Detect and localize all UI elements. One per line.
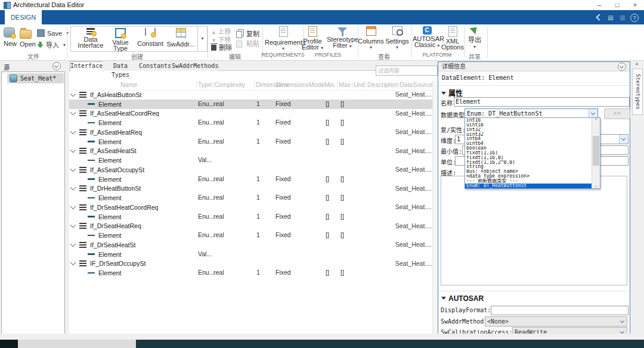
chevron-down-icon[interactable] [70, 222, 76, 228]
tab-design[interactable]: DESIGN [5, 10, 42, 24]
table-row-interface[interactable]: If_AsSeatHeatStSeat_Heat.... [69, 147, 432, 156]
help-icon[interactable]: ? [630, 13, 639, 22]
table-scrollbar[interactable] [432, 80, 438, 334]
details-collapse-button[interactable] [618, 63, 626, 71]
chevron-down-icon[interactable] [70, 203, 76, 209]
collapse-ribbon-icon[interactable] [595, 13, 603, 22]
dock-icon[interactable]: ▥ [618, 13, 627, 22]
dropdown-item[interactable]: uint64 [465, 141, 600, 146]
layout-icon[interactable]: ▤ [606, 13, 615, 22]
col-description[interactable]: Description [367, 81, 399, 88]
table-row-interface[interactable]: If_DrSeatHeatReqSeat_Heat.... [69, 222, 432, 231]
copy-button[interactable]: 复制 [236, 29, 259, 38]
columns-button[interactable]: Columns ▾ [358, 26, 384, 50]
save-button[interactable]: Save ▾ [37, 29, 69, 37]
table-row-element[interactable]: ElementVal... [69, 156, 432, 165]
dock-collapse-icon[interactable]: ▲ [634, 61, 639, 66]
chevron-down-icon[interactable] [70, 128, 76, 134]
tab-data-types[interactable]: Data Types [103, 61, 139, 71]
export-button[interactable]: 导出 ▾ [466, 26, 483, 49]
chevron-down-icon[interactable] [70, 110, 76, 116]
table-row-interface[interactable]: If_AsHeatButtonStSeat_Heat.... [69, 90, 432, 100]
table-row-interface[interactable]: IF_DrSeatOccupyStSeat_Heat.... [69, 259, 432, 269]
taskbar-app-button[interactable] [18, 340, 136, 348]
profile-editor-button[interactable]: ProfileEditor ▾ [298, 26, 327, 51]
col-name[interactable]: Name [120, 81, 137, 88]
stereotype-filter-button[interactable]: StereotypeFilter ▾ [327, 26, 358, 49]
dropdown-item[interactable]: fixdt(1,16) [465, 151, 600, 156]
dropdown-item[interactable]: Bus: <object name> [465, 169, 600, 174]
autosar-section-header[interactable]: AUTOSAR [441, 294, 484, 303]
source-item-seat-heat[interactable]: Seat_Heat* [7, 73, 64, 83]
minimize-button[interactable]: – [590, 0, 608, 10]
col-dimensionsmode[interactable]: DimensionsMode [276, 81, 324, 88]
table-row-interface[interactable]: If_DrSeatHeatStSeat_Heat.... [69, 240, 432, 250]
autosar-classic-button[interactable]: C AUTOSARClassic ▾ [413, 26, 441, 49]
properties-section-header[interactable]: 属性 [441, 88, 463, 98]
tab-stereotypes[interactable]: Stereotypes [632, 69, 643, 115]
datatype-more-button[interactable]: >> [604, 108, 630, 119]
swaddrmethod-chevron-icon[interactable] [618, 317, 627, 326]
description-textarea[interactable] [441, 176, 627, 285]
close-button[interactable]: × [626, 0, 644, 10]
dropdown-scrollbar[interactable]: ⌃ ⌄ [592, 118, 600, 188]
import-dropdown-icon[interactable]: ▾ [63, 42, 66, 48]
xml-options-button[interactable]: XMLOptions [441, 26, 464, 50]
col-complexity[interactable]: Complexity [214, 81, 245, 88]
open-button[interactable]: Open [20, 27, 36, 48]
requirements-button[interactable]: Requirements ▾ [265, 26, 302, 51]
paste-button[interactable]: 粘贴 [236, 38, 259, 48]
table-row-element[interactable]: ElementEnu...real1Fixed[][] [69, 118, 432, 128]
scroll-down-icon[interactable]: ⌄ [592, 184, 600, 188]
chevron-down-icon[interactable] [70, 91, 76, 97]
taskbar-start-corner[interactable] [0, 340, 18, 348]
datatype-dropdown-list[interactable]: int16uint16int32uint32int64uint64boolean… [465, 117, 600, 189]
constant-button[interactable]: Constant [136, 27, 165, 47]
settings-button[interactable]: Settings ▾ [384, 26, 410, 50]
chevron-down-icon[interactable] [70, 166, 76, 172]
table-row-element[interactable]: ElementEnu...real1Fixed[][] [69, 268, 432, 278]
table-row-element[interactable]: ElementEnu...real1Fixed[][] [69, 212, 432, 222]
scroll-up-icon[interactable]: ⌃ [592, 118, 600, 123]
dropdown-item[interactable]: uint16 [465, 123, 600, 128]
col-max[interactable]: Max [339, 81, 351, 88]
dimensions-mode-chevron-icon[interactable] [619, 135, 628, 144]
filter-input[interactable] [376, 66, 438, 76]
table-row-element[interactable]: ElementVal... [69, 250, 432, 259]
table-row-element[interactable]: ElementEnu...real1Fixed[][] [69, 231, 432, 240]
dropdown-item[interactable]: Enum: DT_HeatButtonSt [465, 184, 600, 188]
scroll-thumb[interactable] [593, 136, 599, 166]
table-row-element[interactable]: ElementEnu...real1Fixed[][] [69, 193, 432, 203]
chevron-down-icon[interactable] [70, 185, 76, 191]
table-row-interface[interactable]: If_DrHeatButtonStSeat_Heat.... [69, 184, 432, 194]
table-row-interface[interactable]: If_DrSeatHeatCoordReqSeat_Heat.... [69, 203, 432, 212]
swaddrmethod-combo[interactable]: <None> [485, 316, 627, 327]
new-button[interactable]: New [4, 27, 17, 47]
dropdown-item[interactable]: boolean [465, 146, 600, 151]
dropdown-item[interactable]: int32 [465, 128, 600, 132]
gallery-expand-button[interactable]: ▾ [197, 26, 207, 51]
chevron-down-icon[interactable] [70, 241, 76, 247]
dropdown-item[interactable]: fixdt(1,16,0) [465, 156, 600, 160]
col-unit[interactable]: Unit [354, 81, 365, 88]
import-button[interactable]: 导入 ▾ [37, 40, 66, 49]
table-row-element[interactable]: ElementEnu...real1Fixed[][] [69, 175, 432, 184]
tab-interfaces[interactable]: Interfaces [70, 61, 103, 72]
tab-constants[interactable]: Constants [138, 61, 172, 71]
chevron-down-icon[interactable] [70, 147, 76, 153]
col-datasource[interactable]: DataSource [400, 81, 432, 88]
datatype-combo-chevron-icon[interactable] [589, 109, 597, 118]
chevron-down-icon[interactable] [70, 260, 76, 266]
display-format-field[interactable] [491, 306, 628, 315]
name-field[interactable]: Element [454, 97, 630, 107]
swaddr-button[interactable]: SwAddr... [166, 27, 196, 48]
dropdown-item[interactable]: <data type expression> [465, 174, 600, 179]
dropdown-item[interactable]: uint32 [465, 132, 600, 137]
table-row-interface[interactable]: If_AsSeatHeatReqSeat_Heat.... [69, 128, 432, 137]
table-row-interface[interactable]: If_AsSeatOccupyStSeat_Heat.... [69, 165, 432, 175]
value-type-button[interactable]: ValueType [106, 27, 135, 51]
delete-button[interactable]: 删除 [211, 42, 232, 52]
source-collapse-button[interactable] [52, 62, 61, 70]
dropdown-item[interactable]: --- 刷新数据类型 --- [465, 179, 600, 184]
col-min[interactable]: Min [324, 81, 335, 88]
